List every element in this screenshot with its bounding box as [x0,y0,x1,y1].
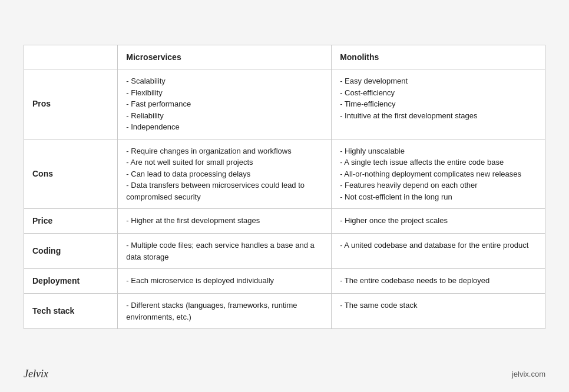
row-microservices-price: - Higher at the first development stages [118,209,332,234]
row-microservices-pros: - Scalability- Flexibility- Fast perform… [118,69,332,139]
row-monoliths-coding: - A united codebase and database for the… [332,234,545,269]
table-container: Microservices Monoliths Pros- Scalabilit… [24,12,545,362]
row-monoliths-price: - Higher once the project scales [332,209,545,234]
table-header-row: Microservices Monoliths [24,45,545,69]
row-label-tech stack: Tech stack [24,294,118,329]
footer-url: jelvix.com [512,370,545,378]
page-wrapper: Microservices Monoliths Pros- Scalabilit… [24,12,545,380]
row-microservices-coding: - Multiple code files; each service hand… [118,234,332,269]
row-monoliths-deployment: - The entire codebase needs to be deploy… [332,269,545,294]
row-microservices-tech stack: - Different stacks (languages, framework… [118,294,332,329]
row-monoliths-pros: - Easy development- Cost-efficiency- Tim… [332,69,545,139]
table-row: Coding- Multiple code files; each servic… [24,234,545,269]
footer: Jelvix jelvix.com [24,362,545,380]
row-microservices-deployment: - Each microservice is deployed individu… [118,269,332,294]
col-header-monoliths: Monoliths [332,45,545,69]
row-label-price: Price [24,209,118,234]
row-label-deployment: Deployment [24,269,118,294]
row-label-cons: Cons [24,139,118,209]
table-row: Deployment- Each microservice is deploye… [24,269,545,294]
row-monoliths-tech stack: - The same code stack [332,294,545,329]
table-row: Tech stack- Different stacks (languages,… [24,294,545,329]
table-row: Price- Higher at the first development s… [24,209,545,234]
col-header-empty [24,45,118,69]
brand-name: Jelvix [24,368,48,380]
row-microservices-cons: - Require changes in organization and wo… [118,139,332,209]
row-label-coding: Coding [24,234,118,269]
row-label-pros: Pros [24,69,118,139]
col-header-microservices: Microservices [118,45,332,69]
table-row: Cons- Require changes in organization an… [24,139,545,209]
comparison-table: Microservices Monoliths Pros- Scalabilit… [24,45,545,329]
row-monoliths-cons: - Highly unscalable- A single tech issue… [332,139,545,209]
table-row: Pros- Scalability- Flexibility- Fast per… [24,69,545,139]
